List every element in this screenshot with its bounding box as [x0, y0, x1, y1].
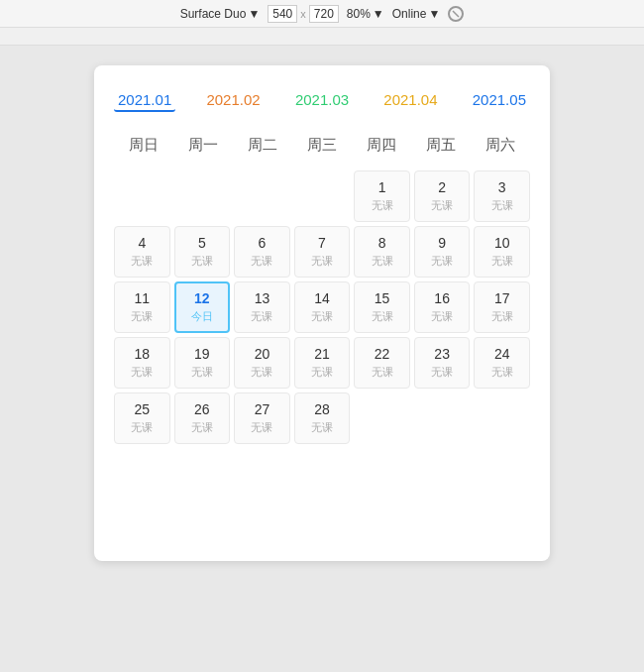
day-cell[interactable]: 22 无课 [354, 337, 410, 389]
height-value[interactable]: 720 [309, 5, 339, 23]
day-number: 21 [314, 346, 330, 363]
block-icon[interactable] [448, 6, 464, 22]
day-number: 19 [194, 346, 210, 363]
day-cell[interactable]: 27 无课 [234, 392, 290, 444]
day-number: 11 [134, 290, 150, 307]
month-tab-mar[interactable]: 2021.03 [291, 89, 353, 112]
weekday-fri: 周五 [411, 130, 471, 161]
weekday-tue: 周二 [233, 130, 292, 161]
day-cell[interactable]: 14 无课 [294, 281, 351, 333]
weekday-thu: 周四 [352, 130, 411, 161]
day-number: 7 [318, 235, 326, 252]
no-class-label: 无课 [372, 254, 393, 269]
status-control[interactable]: Online ▼ [392, 7, 441, 21]
weekday-mon: 周一 [173, 130, 233, 161]
day-cell [414, 392, 471, 444]
day-number: 6 [259, 235, 267, 252]
zoom-value: 80% [347, 7, 371, 21]
day-cell[interactable]: 13 无课 [234, 281, 290, 333]
no-class-label: 无课 [131, 309, 153, 324]
day-cell [294, 170, 351, 222]
no-class-label: 无课 [131, 254, 153, 269]
weekday-wed: 周三 [292, 130, 352, 161]
month-tab-jan[interactable]: 2021.01 [114, 89, 175, 112]
no-class-label: 无课 [491, 198, 513, 213]
no-class-label: 无课 [491, 309, 513, 324]
day-number: 16 [434, 290, 450, 307]
day-number: 1 [378, 179, 386, 196]
day-cell[interactable]: 19 无课 [174, 337, 231, 389]
toolbar: Surface Duo ▼ 540 x 720 80% ▼ Online ▼ [0, 0, 644, 28]
calendar-grid: 1 无课 2 无课 3 无课 4 无课 5 无课 6 无课 7 无课 8 无课 … [114, 170, 530, 444]
no-class-label: 无课 [191, 420, 213, 435]
day-number: 14 [314, 290, 330, 307]
no-class-label: 无课 [311, 365, 333, 380]
month-tab-apr[interactable]: 2021.04 [379, 89, 441, 112]
no-class-label: 无课 [131, 420, 153, 435]
today-label: 今日 [191, 309, 213, 324]
no-class-label: 无课 [491, 365, 513, 380]
day-cell[interactable]: 6 无课 [234, 226, 290, 278]
day-number: 12 [194, 290, 210, 307]
day-cell[interactable]: 15 无课 [354, 281, 410, 333]
weekday-sat: 周六 [471, 130, 530, 161]
month-tab-feb[interactable]: 2021.02 [202, 89, 264, 112]
no-class-label: 无课 [431, 254, 453, 269]
no-class-label: 无课 [372, 309, 393, 324]
calendar-card: 2021.01 2021.02 2021.03 2021.04 2021.05 … [94, 65, 550, 561]
day-cell[interactable]: 26 无课 [174, 392, 231, 444]
day-number: 27 [255, 401, 270, 418]
day-cell [234, 170, 290, 222]
day-number: 8 [378, 235, 386, 252]
day-cell[interactable]: 18 无课 [114, 337, 170, 389]
day-cell[interactable]: 7 无课 [294, 226, 351, 278]
width-value[interactable]: 540 [268, 5, 297, 23]
day-number: 3 [498, 179, 506, 196]
day-cell[interactable]: 12 今日 [174, 281, 231, 333]
day-cell[interactable]: 11 无课 [114, 281, 170, 333]
day-cell[interactable]: 1 无课 [354, 170, 410, 222]
day-cell[interactable]: 23 无课 [414, 337, 471, 389]
day-cell[interactable]: 16 无课 [414, 281, 471, 333]
no-class-label: 无课 [191, 365, 213, 380]
month-tab-may[interactable]: 2021.05 [469, 89, 530, 112]
day-cell[interactable]: 4 无课 [114, 226, 170, 278]
zoom-control[interactable]: 80% ▼ [347, 7, 384, 21]
day-cell[interactable]: 5 无课 [174, 226, 231, 278]
day-cell[interactable]: 20 无课 [234, 337, 290, 389]
no-class-label: 无课 [431, 309, 453, 324]
day-cell[interactable]: 28 无课 [294, 392, 351, 444]
day-number: 25 [134, 401, 150, 418]
day-cell[interactable]: 17 无课 [474, 281, 530, 333]
status-arrow: ▼ [428, 7, 440, 21]
day-cell[interactable]: 21 无课 [294, 337, 351, 389]
zoom-arrow: ▼ [373, 7, 384, 21]
day-cell[interactable]: 2 无课 [414, 170, 471, 222]
day-number: 4 [138, 235, 146, 252]
day-number: 26 [194, 401, 210, 418]
device-label: Surface Duo [180, 7, 247, 21]
no-class-label: 无课 [131, 365, 153, 380]
no-class-label: 无课 [251, 420, 272, 435]
day-cell[interactable]: 25 无课 [114, 392, 170, 444]
day-number: 28 [314, 401, 330, 418]
day-cell[interactable]: 10 无课 [474, 226, 530, 278]
day-cell[interactable]: 9 无课 [414, 226, 471, 278]
day-number: 17 [494, 290, 510, 307]
size-controls[interactable]: 540 x 720 [268, 5, 339, 23]
day-cell[interactable]: 24 无课 [474, 337, 530, 389]
day-number: 22 [375, 346, 390, 363]
day-number: 2 [438, 179, 446, 196]
day-number: 24 [494, 346, 510, 363]
svg-line-0 [453, 11, 459, 17]
day-cell[interactable]: 3 无课 [474, 170, 530, 222]
no-class-label: 无课 [372, 198, 393, 213]
status-label: Online [392, 7, 427, 21]
day-number: 20 [255, 346, 270, 363]
device-selector[interactable]: Surface Duo ▼ [180, 7, 261, 21]
day-number: 5 [198, 235, 206, 252]
no-class-label: 无课 [491, 254, 513, 269]
device-arrow: ▼ [248, 7, 260, 21]
day-cell[interactable]: 8 无课 [354, 226, 410, 278]
day-number: 23 [434, 346, 450, 363]
